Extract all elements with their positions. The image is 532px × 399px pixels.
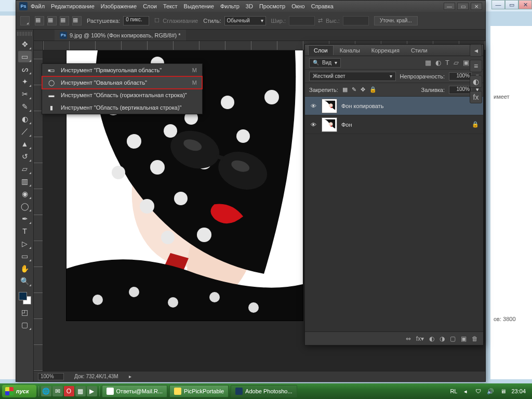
menu-image[interactable]: Изображение [101,3,137,9]
layer-thumbnail[interactable] [322,117,337,132]
menu-edit[interactable]: Редактирование [51,3,95,9]
tray-expand-icon[interactable]: ◂ [461,387,470,395]
eyedropper-tool[interactable]: ✎ [18,101,32,112]
ps-maximize-button[interactable]: ▭ [457,3,469,10]
panel-tab-channels[interactable]: Каналы [335,46,365,55]
zoom-field[interactable]: 100% [38,373,64,380]
dock-adjust-icon[interactable]: ◐ [470,75,482,88]
filter-shape-icon[interactable]: ▱ [454,59,459,66]
filter-adjust-icon[interactable]: ◐ [435,59,441,66]
refine-edge-button[interactable]: Уточн. край... [374,16,418,25]
layer-fx-icon[interactable]: fx▾ [416,335,424,342]
style-select[interactable]: Обычный▾ [224,16,266,25]
gradient-tool[interactable]: ▥ [18,176,32,187]
layer-name[interactable]: Фон копировать [341,103,383,109]
path-select-tool[interactable]: ▷ [18,238,32,249]
move-tool[interactable]: ✥ [18,38,32,50]
menu-3d[interactable]: 3D [246,3,253,9]
ql-icon[interactable]: ✉ [52,386,63,396]
marquee-tool[interactable]: ▭ [18,51,32,62]
menu-filter[interactable]: Фильтр [220,3,240,9]
pen-tool[interactable]: ✒ [18,213,32,224]
layer-thumbnail[interactable] [322,99,337,113]
zoom-tool[interactable]: 🔍 [18,275,32,287]
ql-icon[interactable]: ▦ [75,386,86,396]
brush-tool[interactable]: ／ [18,126,32,137]
fill-input[interactable]: 100% [449,86,472,94]
filter-type-icon[interactable]: T [445,59,449,66]
panel-tab-layers[interactable]: Слои [308,45,334,55]
tray-icon[interactable]: 🔊 [486,387,495,395]
layers-panel[interactable]: Слои Каналы Коррекция Стили ≡ 🔍 Вид ▾ ▦ … [304,44,484,345]
blur-tool[interactable]: ◉ [18,188,32,200]
antialias-checkbox[interactable]: ☐ [154,17,159,24]
dock-layers-icon[interactable]: ≡ [470,60,482,72]
visibility-toggle[interactable]: 👁 [309,102,317,110]
layer-row[interactable]: 👁 Фон копировать [305,97,483,115]
document-tab[interactable]: Ps 9.jpg @ 100% (Фон копировать, RGB/8#)… [55,30,186,41]
feather-input[interactable]: 0 пикс. [123,16,149,25]
menu-help[interactable]: Справка [311,3,334,9]
lock-pixels-icon[interactable]: ✎ [352,86,356,93]
flyout-item-rect-marquee[interactable]: ▭ Инструмент "Прямоугольная область" M [42,64,202,76]
color-swatches[interactable] [18,291,32,305]
delete-layer-icon[interactable]: 🗑 [472,335,478,342]
ps-minimize-button[interactable]: — [444,3,455,10]
menu-text[interactable]: Текст [163,3,178,9]
hand-tool[interactable]: ✋ [18,263,32,274]
visibility-toggle[interactable]: 👁 [309,121,317,129]
flyout-item-col-marquee[interactable]: ▮ Инструмент "Область (вертикальная стро… [42,101,202,114]
panel-tab-adjustments[interactable]: Коррекция [366,46,405,55]
shape-tool[interactable]: ▭ [18,250,32,262]
lasso-tool[interactable]: ᔕ [18,63,32,75]
link-layers-icon[interactable]: ⇔ [406,335,411,342]
menu-view[interactable]: Просмотр [259,3,285,9]
lock-transparency-icon[interactable]: ▦ [342,86,348,93]
subtract-selection-icon[interactable]: ▦ [60,16,69,25]
menu-window[interactable]: Окно [291,3,305,9]
ql-icon[interactable]: O [64,386,74,396]
blendmode-select[interactable]: Жесткий свет▾ [309,72,396,81]
ps-close-button[interactable]: ✕ [471,3,482,10]
crop-tool[interactable]: ✂ [18,88,32,100]
taskbar-item[interactable]: Ответы@Mail.R... [102,385,168,397]
start-button[interactable]: пуск [2,385,36,397]
intersect-selection-icon[interactable]: ▦ [72,16,82,25]
ruler-origin[interactable] [34,41,43,50]
adjustment-layer-icon[interactable]: ◑ [440,335,445,342]
healing-brush-tool[interactable]: ◐ [18,113,32,125]
screenmode-toggle[interactable]: ▢ [18,319,32,330]
tray-icon[interactable]: 🛡 [474,387,482,395]
os-close-button[interactable]: ✕ [518,0,532,9]
type-tool[interactable]: T [18,225,32,237]
foreground-color[interactable] [19,292,27,300]
flyout-item-ellipse-marquee[interactable]: ◯ Инструмент "Овальная область" M [42,76,202,89]
dock-styles-icon[interactable]: fx [470,91,482,103]
taskbar-item[interactable]: Adobe Photosho... [231,385,297,397]
menu-file[interactable]: Файл [31,3,45,9]
stamp-tool[interactable]: ▲ [18,138,32,150]
opacity-input[interactable]: 100% [449,72,472,81]
magic-wand-tool[interactable]: ✦ [18,76,32,87]
flyout-item-row-marquee[interactable]: ▬ Инструмент "Область (горизонтальная ст… [42,89,202,101]
tray-lang[interactable]: RL [450,388,457,394]
history-brush-tool[interactable]: ↺ [18,151,32,162]
layer-group-icon[interactable]: ▢ [450,335,456,342]
tray-clock[interactable]: 23:04 [511,388,526,394]
os-minimize-button[interactable]: — [491,0,505,9]
layer-filter-select[interactable]: 🔍 Вид ▾ [309,58,341,68]
tray-icon[interactable]: 🖥 [499,387,507,395]
layer-mask-icon[interactable]: ◐ [429,335,434,342]
ql-icon[interactable]: ▶ [87,386,97,396]
menu-select[interactable]: Выделение [184,3,214,9]
dock-expand-icon[interactable]: ◂ [470,44,482,57]
lock-all-icon[interactable]: 🔒 [369,86,377,93]
toolbar-grip[interactable] [17,32,33,36]
taskbar-item[interactable]: PicPickPortable [169,385,229,397]
eraser-tool[interactable]: ▱ [18,163,32,175]
new-layer-icon[interactable]: ▣ [461,335,467,342]
layer-name[interactable]: Фон [341,122,352,128]
panel-tab-styles[interactable]: Стили [406,46,433,55]
statusbar-flyout-icon[interactable]: ▸ [129,374,131,379]
lock-position-icon[interactable]: ✥ [361,86,365,93]
